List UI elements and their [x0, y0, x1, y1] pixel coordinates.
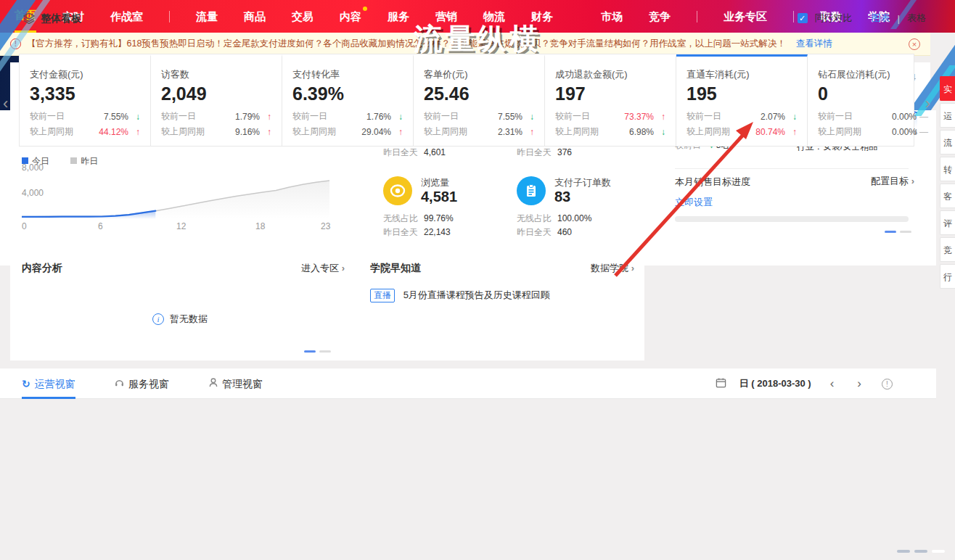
cards-next-button[interactable]: › — [925, 94, 930, 113]
rail-item-realtime[interactable]: 实 — [940, 76, 955, 101]
trend-arrow-icon: ↓ — [785, 112, 797, 122]
trend-arrow-icon: ↑ — [260, 127, 271, 137]
kpi-card-visitors[interactable]: 访客数 2,049 较前一日1.79%↑ 较上周同期9.16%↑ — [151, 54, 282, 146]
board-controls: ✓ 同行对比 图表 | 表格 — [798, 12, 926, 25]
layers-icon — [23, 12, 35, 27]
goal-progress-bar — [675, 216, 909, 222]
tab-operation-view[interactable]: ↻运营视窗 — [22, 368, 75, 399]
rail-item-review[interactable]: 评 — [940, 210, 955, 235]
suborder-clipboard-icon — [517, 176, 546, 205]
prev-date-button[interactable]: ‹ — [830, 376, 835, 391]
banner-title: 流量纵横 — [0, 19, 263, 59]
toggle-divider: | — [898, 13, 900, 24]
pageview-eye-icon — [383, 176, 412, 205]
kpi-cards: 支付金额(元) 3,335 较前一日7.55%↓ 较上周同期44.12%↑ 访客… — [19, 54, 914, 147]
content-analysis-title: 内容分析 — [22, 262, 62, 275]
kpi-card-conversion[interactable]: 支付转化率 6.39% 较前一日1.76%↓ 较上周同期29.04%↑ — [282, 54, 414, 146]
rail-item-traffic[interactable]: 流 — [940, 130, 955, 155]
trend-arrow-icon: ↑ — [522, 127, 534, 137]
realtime-line-chart — [22, 170, 329, 219]
board-title: 整体看板 — [41, 12, 81, 25]
trend-arrow-icon: ↑ — [128, 127, 140, 137]
trend-arrow-icon: ↑ — [785, 127, 797, 137]
content-pagination[interactable] — [304, 350, 331, 353]
rail-item-customer[interactable]: 客 — [940, 184, 955, 208]
tab-management-view[interactable]: 管理视窗 — [209, 368, 263, 399]
live-badge: 直播 — [370, 289, 395, 302]
academy-title: 学院早知道 — [370, 262, 421, 275]
info-icon: i — [152, 313, 164, 325]
tab-service-view[interactable]: 服务视窗 — [115, 368, 169, 399]
trend-arrow-icon: ↓ — [522, 112, 534, 122]
refresh-circle-icon: ↻ — [22, 378, 30, 390]
content-zone-link[interactable]: 进入专区 › — [301, 262, 345, 275]
calendar-icon[interactable] — [716, 377, 726, 390]
cards-prev-button[interactable]: ‹ — [3, 94, 8, 113]
rail-item-operation[interactable]: 运 — [940, 103, 955, 128]
table-toggle[interactable]: 表格 — [907, 12, 926, 25]
trend-arrow-icon: ↑ — [654, 112, 665, 122]
kpi-card-diamond-spend[interactable]: 钻石展位消耗(元) 0 较前一日0.00%— 较上周同期0.00%— — [808, 54, 938, 146]
goal-setup-link[interactable]: 立即设置 — [675, 196, 713, 209]
quick-nav-rail: 实 运 流 转 客 评 竞 行 — [940, 76, 955, 291]
person-icon — [209, 378, 218, 390]
peer-compare-checkbox[interactable]: ✓ — [798, 13, 808, 23]
chart-toggle[interactable]: 图表 — [872, 12, 890, 25]
rail-item-conversion[interactable]: 转 — [940, 157, 955, 181]
kpi-card-refund[interactable]: 成功退款金额(元) 197 较前一日73.37%↑ 较上周同期6.98%↓ — [545, 54, 676, 146]
rail-item-competition[interactable]: 竞 — [940, 237, 955, 262]
empty-state: i 暂无数据 — [152, 313, 208, 326]
shop-pagination[interactable] — [885, 231, 911, 233]
trend-arrow-icon: ↑ — [391, 127, 403, 137]
date-controls: 日 ( 2018-03-30 ) ‹ › ! — [716, 368, 893, 399]
content-academy-panel: 内容分析 进入专区 › i 暂无数据 学院早知道 数据学院 › 直播 5月份直播… — [10, 250, 644, 361]
trend-arrow-icon: ↓ — [391, 112, 403, 122]
view-tab-bar: ↻运营视窗 服务视窗 管理视窗 日 ( 2018-03-30 ) ‹ › ! — [0, 368, 936, 399]
headset-icon — [115, 378, 124, 390]
goal-title: 本月销售目标进度 — [675, 176, 750, 189]
kpi-card-avg-order[interactable]: 客单价(元) 25.46 较前一日7.55%↓ 较上周同期2.31%↑ — [414, 54, 545, 146]
legend-yesterday-swatch — [70, 157, 77, 164]
peer-compare-label: 同行对比 — [815, 12, 853, 25]
goal-config-link[interactable]: 配置目标 › — [871, 175, 914, 188]
rail-item-industry[interactable]: 行 — [940, 264, 955, 289]
trend-arrow-icon: ↓ — [654, 127, 665, 137]
trend-arrow-icon: — — [917, 127, 928, 137]
academy-link[interactable]: 数据学院 › — [591, 262, 634, 275]
course-item[interactable]: 直播 5月份直播课程预告及历史课程回顾 — [370, 289, 550, 302]
divider — [675, 168, 909, 169]
trend-arrow-icon: ↓ — [128, 112, 140, 122]
kpi-card-payment[interactable]: 支付金额(元) 3,335 较前一日7.55%↓ 较上周同期44.12%↑ — [20, 54, 151, 146]
alert-info-icon[interactable]: ! — [882, 379, 893, 390]
kpi-card-ztc-spend[interactable]: 直通车消耗(元) 195 较前一日2.07%↓ 较上周同期80.74%↑ — [676, 54, 808, 146]
date-label[interactable]: 日 ( 2018-03-30 ) — [739, 377, 811, 390]
trend-arrow-icon: ↑ — [260, 112, 271, 122]
next-date-button[interactable]: › — [857, 376, 861, 391]
